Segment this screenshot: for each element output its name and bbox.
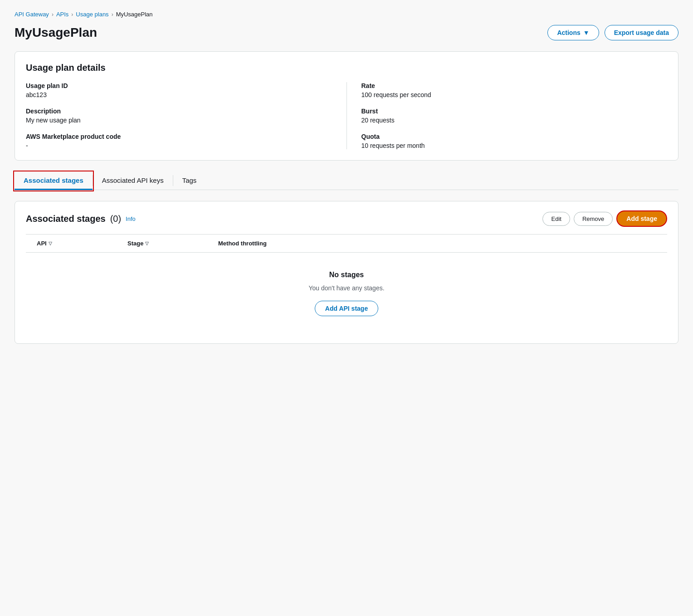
tab-associated-api-keys[interactable]: Associated API keys xyxy=(93,172,173,190)
breadcrumb-sep-2: › xyxy=(71,11,73,18)
breadcrumb-sep-1: › xyxy=(52,11,54,18)
breadcrumb: API Gateway › APIs › Usage plans › MyUsa… xyxy=(15,11,678,18)
detail-usage-plan-id: Usage plan ID abc123 xyxy=(26,82,332,98)
detail-value-description: My new usage plan xyxy=(26,117,332,124)
detail-value-burst: 20 requests xyxy=(361,117,668,124)
th-stage-sort-icon: ▽ xyxy=(145,241,149,246)
remove-button[interactable]: Remove xyxy=(574,212,613,226)
th-api-sort-icon: ▽ xyxy=(49,241,52,246)
detail-label-burst: Burst xyxy=(361,108,668,115)
details-grid: Usage plan ID abc123 Description My new … xyxy=(26,82,667,149)
detail-label-description: Description xyxy=(26,108,332,115)
tabs-container: Associated stages Associated API keys Ta… xyxy=(15,171,678,190)
detail-label-usage-plan-id: Usage plan ID xyxy=(26,82,332,89)
actions-button[interactable]: Actions ▼ xyxy=(547,25,599,40)
table-checkbox-col xyxy=(26,238,33,249)
detail-label-quota: Quota xyxy=(361,133,668,140)
tab-associated-stages[interactable]: Associated stages xyxy=(15,172,93,190)
detail-marketplace-code: AWS Marketplace product code - xyxy=(26,133,332,149)
info-link[interactable]: Info xyxy=(126,215,136,222)
export-usage-data-button[interactable]: Export usage data xyxy=(605,25,678,40)
detail-rate: Rate 100 requests per second xyxy=(361,82,668,98)
detail-description: Description My new usage plan xyxy=(26,108,332,124)
detail-value-marketplace-code: - xyxy=(26,142,332,149)
associated-stages-section: Associated stages (0) Info Edit Remove A… xyxy=(15,201,678,344)
breadcrumb-sep-3: › xyxy=(112,11,113,18)
header-actions: Actions ▼ Export usage data xyxy=(547,25,678,40)
actions-dropdown-icon: ▼ xyxy=(583,29,590,36)
section-title: Associated stages xyxy=(26,214,106,224)
page-title: MyUsagePlan xyxy=(15,25,97,40)
th-method-throttling: Method throttling xyxy=(215,238,667,249)
breadcrumb-usage-plans[interactable]: Usage plans xyxy=(76,11,108,18)
empty-description: You don't have any stages. xyxy=(35,284,658,292)
empty-title: No stages xyxy=(35,271,658,279)
detail-label-rate: Rate xyxy=(361,82,668,89)
section-title-row: Associated stages (0) Info xyxy=(26,214,136,224)
detail-quota: Quota 10 requests per month xyxy=(361,133,668,149)
th-api[interactable]: API ▽ xyxy=(33,238,124,249)
table-header-row: API ▽ Stage ▽ Method throttling xyxy=(26,235,667,253)
th-stage[interactable]: Stage ▽ xyxy=(124,238,215,249)
details-right: Rate 100 requests per second Burst 20 re… xyxy=(347,82,668,149)
table-container: API ▽ Stage ▽ Method throttling No stage… xyxy=(26,234,667,334)
edit-button[interactable]: Edit xyxy=(542,212,570,226)
breadcrumb-current: MyUsagePlan xyxy=(116,11,153,18)
actions-label: Actions xyxy=(557,29,580,36)
usage-plan-details-card: Usage plan details Usage plan ID abc123 … xyxy=(15,51,678,161)
section-buttons: Edit Remove Add stage xyxy=(542,210,667,227)
breadcrumb-api-gateway[interactable]: API Gateway xyxy=(15,11,49,18)
details-card-title: Usage plan details xyxy=(26,63,667,73)
export-label: Export usage data xyxy=(614,29,669,36)
section-count: (0) xyxy=(110,214,121,224)
breadcrumb-apis[interactable]: APIs xyxy=(56,11,68,18)
details-left: Usage plan ID abc123 Description My new … xyxy=(26,82,346,149)
section-header: Associated stages (0) Info Edit Remove A… xyxy=(26,210,667,227)
detail-label-marketplace-code: AWS Marketplace product code xyxy=(26,133,332,140)
page-header: MyUsagePlan Actions ▼ Export usage data xyxy=(15,25,678,40)
add-api-stage-button[interactable]: Add API stage xyxy=(315,301,378,316)
tab-tags[interactable]: Tags xyxy=(173,172,206,190)
add-stage-button[interactable]: Add stage xyxy=(616,210,667,227)
detail-value-quota: 10 requests per month xyxy=(361,142,668,149)
empty-state: No stages You don't have any stages. Add… xyxy=(26,253,667,334)
detail-value-rate: 100 requests per second xyxy=(361,91,668,98)
detail-burst: Burst 20 requests xyxy=(361,108,668,124)
detail-value-usage-plan-id: abc123 xyxy=(26,91,332,98)
